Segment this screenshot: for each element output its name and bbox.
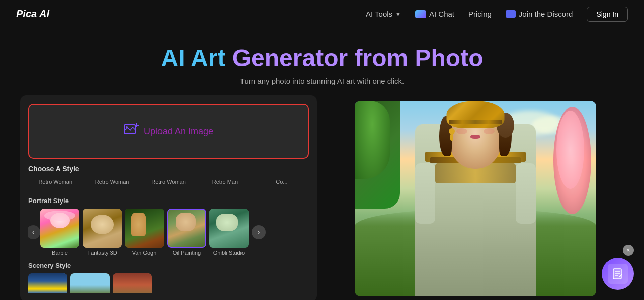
signin-button[interactable]: Sign In	[587, 7, 628, 22]
navigation: Pica AI AI Tools ▼ AI Chat Pricing Join …	[0, 0, 644, 28]
vangogh-scenery-image	[28, 273, 67, 293]
chat-bubble-button[interactable]	[602, 258, 634, 290]
close-icon: ×	[626, 247, 630, 254]
style-header-row: Retro Woman Retro Woman Retro Woman Retr…	[28, 179, 309, 185]
hero-title-ai: AI	[161, 45, 185, 71]
hero-title: AI Art Generator from Photo	[0, 44, 644, 72]
oilpainting-scenery-image	[113, 273, 152, 293]
choose-style-label: Choose A Style	[28, 165, 309, 173]
svg-rect-4	[613, 269, 621, 279]
pricing-nav[interactable]: Pricing	[468, 10, 492, 18]
chat-icon	[415, 10, 426, 18]
header-item-5: Co...	[255, 179, 309, 185]
logo[interactable]: Pica AI	[16, 8, 49, 20]
right-panel	[317, 95, 624, 300]
upload-text: Upload An Image	[144, 126, 213, 137]
vangogh-image	[125, 209, 164, 248]
chat-close-button[interactable]: ×	[623, 245, 634, 256]
style-card-ghibli[interactable]: Ghibli Studio	[209, 209, 249, 256]
hero-section: AI Art Generator from Photo Turn any pho…	[0, 28, 644, 95]
ghibli-image	[209, 209, 249, 248]
upload-area[interactable]: Upload An Image	[28, 104, 309, 159]
discord-icon	[506, 10, 516, 18]
ai-tools-label: AI Tools	[366, 10, 392, 18]
chat-widget: ×	[602, 245, 634, 290]
barbie-image	[40, 209, 79, 248]
main-content: Upload An Image Choose A Style Retro Wom…	[0, 95, 644, 300]
chat-bubble-inner	[608, 264, 628, 284]
oilpainting-image	[167, 209, 206, 248]
barbie-label: Barbie	[52, 250, 68, 256]
vangogh-label: Van Gogh	[132, 250, 157, 256]
ai-chat-label: AI Chat	[429, 10, 454, 18]
landscape-image	[70, 273, 110, 293]
hero-subtitle: Turn any photo into stunning AI art with…	[0, 77, 644, 85]
upload-icon	[124, 123, 139, 140]
portrait-next-button[interactable]: ›	[252, 225, 266, 239]
pricing-label: Pricing	[468, 10, 492, 18]
left-panel: Upload An Image Choose A Style Retro Wom…	[20, 95, 317, 300]
header-item-2: Retro Woman	[85, 179, 139, 185]
style-card-vangogh[interactable]: Van Gogh	[125, 209, 164, 256]
header-item-1: Retro Woman	[28, 179, 83, 185]
header-item-3: Retro Woman	[141, 179, 196, 185]
scenery-cards-row: Van Gogh Landscape Oil Painting	[28, 273, 309, 293]
style-card-oilpainting-scenery[interactable]: Oil Painting	[113, 273, 152, 293]
portrait-cards-row: ‹ Barbie Fantasty 3D	[28, 209, 309, 256]
ai-tools-nav[interactable]: AI Tools ▼	[366, 10, 401, 18]
style-scroll-container[interactable]: Portrait Style ‹ Barbie	[28, 195, 309, 293]
svg-point-1	[126, 126, 128, 128]
discord-nav[interactable]: Join the Discord	[506, 10, 573, 18]
style-card-landscape[interactable]: Landscape	[70, 273, 110, 293]
fantasy-label: Fantasty 3D	[87, 250, 117, 256]
portrait-group-label: Portrait Style	[28, 197, 309, 205]
style-card-oilpainting[interactable]: Oil Painting	[167, 209, 206, 256]
nav-links: AI Tools ▼ AI Chat Pricing Join the Disc…	[366, 7, 628, 22]
discord-label: Join the Discord	[519, 10, 573, 18]
oilpainting-label: Oil Painting	[173, 250, 201, 256]
header-item-4: Retro Man	[198, 179, 252, 185]
style-card-barbie[interactable]: Barbie	[40, 209, 79, 256]
ai-chat-nav[interactable]: AI Chat	[415, 10, 454, 18]
style-card-fantasy[interactable]: Fantasty 3D	[83, 209, 122, 256]
scenery-group-label: Scenery Style	[28, 262, 309, 269]
portrait-prev-button[interactable]: ‹	[28, 225, 40, 239]
chevron-down-icon: ▼	[395, 11, 401, 17]
fantasy-image	[83, 209, 122, 248]
style-card-vangogh-scenery[interactable]: Van Gogh	[28, 273, 67, 293]
artwork-frame	[355, 101, 596, 296]
checklist-icon	[611, 267, 624, 280]
ghibli-label: Ghibli Studio	[213, 250, 245, 256]
